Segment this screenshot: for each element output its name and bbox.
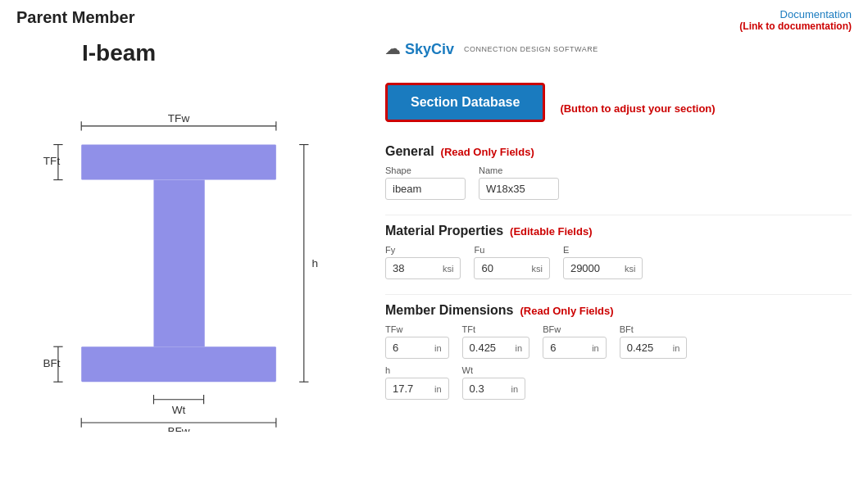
shape-field-group: Shape xyxy=(385,165,466,200)
svg-rect-0 xyxy=(81,145,276,180)
e-input[interactable] xyxy=(570,262,620,274)
svg-text:h: h xyxy=(312,257,319,269)
bft-unit: in xyxy=(673,343,680,353)
dimensions-section: Member Dimensions (Read Only Fields) TFw… xyxy=(385,303,852,406)
bft-input[interactable] xyxy=(627,342,668,354)
dimensions-annotation: (Read Only Fields) xyxy=(520,305,613,317)
tft-field-group: TFt in xyxy=(462,324,530,359)
bfw-input[interactable] xyxy=(550,342,587,354)
svg-text:TFw: TFw xyxy=(168,112,190,125)
tfw-field-group: TFw in xyxy=(385,324,449,359)
name-label: Name xyxy=(479,165,559,175)
fu-field-group: Fu ksi xyxy=(474,245,549,279)
h-unit: in xyxy=(434,384,442,394)
i-beam-diagram: TFw TFt h BFt Wt BFw xyxy=(16,70,369,432)
svg-text:BFw: BFw xyxy=(167,425,189,432)
documentation-link[interactable]: Documentation xyxy=(780,8,852,20)
h-field-group: h in xyxy=(385,365,449,400)
wt-input[interactable] xyxy=(470,383,507,395)
shape-input[interactable] xyxy=(393,183,458,195)
wt-unit: in xyxy=(511,384,519,394)
tft-unit: in xyxy=(516,343,523,353)
fy-input[interactable] xyxy=(393,262,438,274)
material-annotation: (Editable Fields) xyxy=(510,225,592,238)
material-section: Material Properties (Editable Fields) Fy… xyxy=(385,224,852,286)
wt-field-group: Wt in xyxy=(462,365,526,400)
h-label: h xyxy=(385,365,449,375)
shape-label: Shape xyxy=(385,165,466,175)
tfw-label: TFw xyxy=(385,324,449,334)
fy-label: Fy xyxy=(385,245,461,255)
bfw-label: BFw xyxy=(543,324,607,334)
svg-text:BFt: BFt xyxy=(43,357,60,369)
tft-label: TFt xyxy=(462,324,530,334)
fu-unit: ksi xyxy=(531,264,542,274)
bft-field-group: BFt in xyxy=(620,324,688,359)
svg-text:TFt: TFt xyxy=(43,155,61,167)
section-database-button[interactable]: Section Database xyxy=(385,83,545,122)
svg-text:Wt: Wt xyxy=(172,404,186,416)
e-label: E xyxy=(563,245,643,255)
e-unit: ksi xyxy=(625,264,635,274)
tft-input[interactable] xyxy=(470,342,511,354)
brand-subtitle: CONNECTION DESIGN SOFTWARE xyxy=(464,45,598,54)
svg-rect-2 xyxy=(81,346,276,382)
fy-field-group: Fy ksi xyxy=(385,245,461,279)
brand-name: SkyCiv xyxy=(405,41,454,58)
general-label: General xyxy=(385,144,434,159)
h-input[interactable] xyxy=(393,383,429,395)
bfw-field-group: BFw in xyxy=(543,324,607,359)
name-field-group: Name xyxy=(479,165,559,200)
tfw-input[interactable] xyxy=(393,342,429,354)
bft-label: BFt xyxy=(620,324,688,334)
brand-logo: ☁ SkyCiv xyxy=(385,40,454,58)
section-db-annotation: (Button to adjust your section) xyxy=(560,102,715,115)
name-input[interactable] xyxy=(486,183,552,195)
page-title: Parent Member xyxy=(16,8,135,27)
bfw-unit: in xyxy=(592,343,599,353)
dimensions-label: Member Dimensions xyxy=(385,303,513,318)
doc-annotation: (Link to documentation) xyxy=(739,20,852,32)
general-section: General (Read Only Fields) Shape Name xyxy=(385,144,852,206)
fu-input[interactable] xyxy=(481,262,526,274)
material-label: Material Properties xyxy=(385,224,503,238)
e-field-group: E ksi xyxy=(563,245,643,279)
fu-label: Fu xyxy=(474,245,549,255)
fy-unit: ksi xyxy=(443,264,453,274)
beam-title: I-beam xyxy=(82,40,156,66)
tfw-unit: in xyxy=(434,343,442,353)
svg-rect-1 xyxy=(153,180,204,347)
general-annotation: (Read Only Fields) xyxy=(441,146,534,158)
wt-label: Wt xyxy=(462,365,526,375)
cloud-icon: ☁ xyxy=(385,40,400,58)
